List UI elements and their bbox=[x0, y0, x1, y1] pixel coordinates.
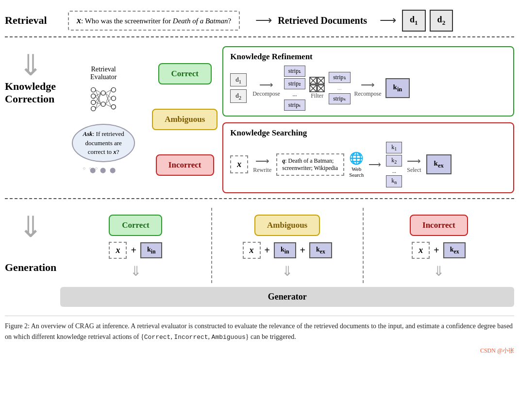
gen-case-correct: Correct x + kin ⇓ bbox=[60, 208, 212, 283]
svg-point-1 bbox=[91, 94, 96, 99]
retrieval-label: Retrieval bbox=[5, 14, 63, 27]
gen-badge-incorrect: Incorrect bbox=[410, 215, 468, 236]
kc-down-arrow: ⇓ bbox=[18, 51, 43, 80]
plus-correct: + bbox=[131, 245, 136, 256]
kin-box: kin bbox=[385, 78, 410, 98]
output-strips-col: strip₁ ... stripₖ bbox=[329, 72, 350, 104]
output-dots: ... bbox=[329, 84, 350, 92]
decompose-area: ⟶ Decompose bbox=[252, 79, 280, 98]
ks-content: x ⟶ Rewrite q: Death of a Batman;screenw… bbox=[230, 142, 506, 187]
svg-point-8 bbox=[111, 105, 116, 109]
decompose-label: Decompose bbox=[252, 90, 280, 98]
doc1-box: d1 bbox=[402, 10, 426, 32]
gen-kin-correct: kin bbox=[140, 242, 163, 258]
badges-column: Correct Ambiguous Incorrect bbox=[152, 46, 218, 193]
gen-kin-ambiguous: kin bbox=[274, 242, 296, 258]
svg-point-4 bbox=[101, 91, 105, 95]
query-box: x: Who was the screenwriter for Death of… bbox=[68, 11, 240, 31]
caption-end: } can be triggered. bbox=[246, 333, 296, 340]
strips-dots: ... bbox=[284, 91, 305, 98]
gen-case-ambiguous: Ambiguous x + kin + kex ⇓ bbox=[212, 208, 364, 283]
k-results: k1 k2 ... kn bbox=[386, 142, 402, 187]
doc2-box: d2 bbox=[430, 10, 453, 32]
knowledge-searching-box: Knowledge Searching x ⟶ Rewrite q: Death… bbox=[222, 122, 514, 193]
k1-box: k1 bbox=[386, 142, 402, 153]
ks-results-arrow: ⟶ bbox=[368, 159, 381, 170]
generator-bar: Generator bbox=[60, 287, 514, 307]
select-area: ⟶ Select bbox=[407, 155, 421, 174]
kc-label: KnowledgeCorrection bbox=[5, 80, 56, 106]
k-dots: ... bbox=[386, 168, 402, 174]
kex-box: kex bbox=[426, 154, 452, 174]
strip1-box: strip₁ bbox=[284, 66, 305, 77]
gen-formula-correct: x + kin bbox=[109, 242, 162, 259]
doc2-letter: d bbox=[437, 15, 442, 24]
svg-point-6 bbox=[111, 88, 116, 92]
retrieved-documents-label: Retrieved Documents bbox=[278, 15, 367, 26]
gen-label: Generation bbox=[5, 261, 56, 274]
doc1-letter: d bbox=[410, 15, 415, 24]
gen-kex-ambiguous: kex bbox=[309, 242, 332, 258]
kn-box: kn bbox=[386, 175, 402, 187]
generation-section: ⇓ Generation Correct x + kin ⇓ Ambiguo bbox=[5, 203, 514, 312]
badge-incorrect: Incorrect bbox=[156, 154, 214, 176]
strip2-box: strip₂ bbox=[284, 78, 305, 89]
k2-box: k2 bbox=[386, 155, 402, 167]
filter-label: Filter bbox=[311, 92, 323, 100]
plus-amb2: + bbox=[300, 245, 305, 256]
gen-cases: Correct x + kin ⇓ Ambiguous x + kin bbox=[60, 208, 514, 283]
neural-net-icon bbox=[89, 84, 118, 113]
strips-col: strip₁ strip₂ ... stripₖ bbox=[284, 66, 305, 111]
retrieval-arrow: ⟶ bbox=[255, 14, 272, 27]
evaluator-area: RetrievalEvaluator bbox=[60, 46, 147, 193]
stripk-box: stripₖ bbox=[284, 100, 305, 111]
query-italic: Death of a Batman bbox=[173, 17, 228, 25]
kr-d1: d1 bbox=[230, 73, 247, 87]
filter-icon bbox=[309, 77, 325, 92]
ks-title: Knowledge Searching bbox=[230, 128, 506, 138]
recompose-area: ⟶ Recompose bbox=[354, 79, 382, 98]
doc2-sub: 2 bbox=[442, 19, 446, 26]
caption-mono1: Correct bbox=[144, 334, 171, 341]
recompose-label: Recompose bbox=[354, 90, 382, 98]
svg-point-3 bbox=[91, 107, 96, 111]
kc-right: Knowledge Refinement d1 d2 ⟶ Decompose s… bbox=[222, 46, 514, 193]
gen-formula-incorrect: x + kex bbox=[412, 242, 466, 259]
csdn-logo: CSDN @小张 bbox=[5, 347, 514, 355]
gen-badge-correct: Correct bbox=[109, 215, 162, 236]
kr-content: d1 d2 ⟶ Decompose strip₁ strip₂ ... stri… bbox=[230, 66, 506, 111]
query-x: x bbox=[77, 16, 81, 25]
svg-line-20 bbox=[105, 90, 111, 104]
kr-d1-sub: 1 bbox=[239, 78, 241, 84]
gen-x-correct: x bbox=[109, 242, 127, 259]
stripk-out: stripₖ bbox=[329, 93, 350, 104]
gen-down-correct: ⇓ bbox=[130, 265, 141, 278]
knowledge-refinement-box: Knowledge Refinement d1 d2 ⟶ Decompose s… bbox=[222, 46, 514, 117]
kr-d2-sub: 2 bbox=[239, 95, 241, 101]
q-text: : Death of a Batman;screenwriter; Wikipe… bbox=[282, 157, 338, 171]
kr-docs: d1 d2 bbox=[230, 73, 247, 103]
gen-down-incorrect: ⇓ bbox=[433, 265, 444, 278]
select-label: Select bbox=[407, 167, 421, 174]
badge-correct: Correct bbox=[158, 63, 212, 84]
caption-mono3: Ambiguous bbox=[212, 334, 246, 341]
gen-left: ⇓ Generation bbox=[5, 208, 56, 307]
query-text: : Who was the screenwriter for bbox=[81, 17, 173, 25]
gen-formula-ambiguous: x + kin + kex bbox=[243, 242, 332, 259]
plus-amb1: + bbox=[265, 245, 270, 256]
csdn-text: @小张 bbox=[497, 347, 514, 354]
thought-bubble-area: Ask: If retrieved documents are correct … bbox=[72, 124, 135, 173]
gen-down-arrow: ⇓ bbox=[18, 213, 43, 242]
retrieval-section: Retrieval x: Who was the screenwriter fo… bbox=[5, 5, 514, 37]
svg-line-21 bbox=[105, 99, 111, 104]
evaluator-label: RetrievalEvaluator bbox=[90, 66, 117, 81]
gen-content-area: Correct x + kin ⇓ Ambiguous x + kin bbox=[60, 208, 514, 307]
main-container: Retrieval x: Who was the screenwriter fo… bbox=[5, 5, 514, 355]
rewrite-area: ⟶ Rewrite bbox=[253, 155, 271, 174]
gen-x-ambiguous: x bbox=[243, 242, 261, 259]
web-search-icon: 🌐 bbox=[349, 151, 364, 165]
gen-badge-ambiguous: Ambiguous bbox=[254, 215, 320, 236]
kr-title: Knowledge Refinement bbox=[230, 52, 506, 62]
svg-point-5 bbox=[101, 102, 105, 106]
doc1-sub: 1 bbox=[415, 19, 418, 26]
